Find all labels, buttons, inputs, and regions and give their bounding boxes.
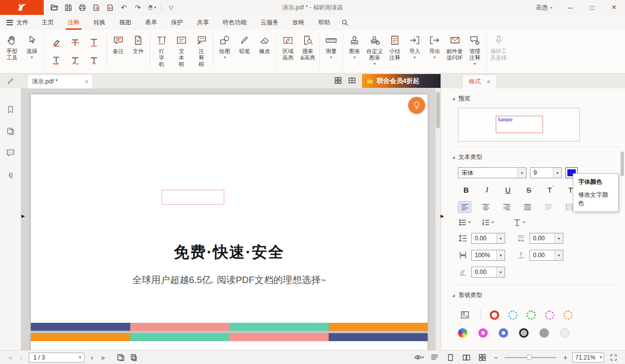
preset-blue-fill[interactable] bbox=[499, 328, 508, 338]
import-comments-button[interactable]: 导入 ▾ bbox=[405, 31, 425, 72]
align-right-button[interactable] bbox=[500, 201, 513, 213]
preset-magenta-fill[interactable] bbox=[478, 328, 488, 338]
hand-tool-button[interactable]: 手型 工具 bbox=[2, 31, 22, 72]
highlight-icon[interactable] bbox=[47, 36, 65, 50]
file-menu-button[interactable]: 文件 bbox=[0, 15, 35, 30]
char-spacing-select[interactable]: 0.00▾ bbox=[530, 233, 563, 244]
align-justify-button[interactable] bbox=[521, 201, 534, 213]
eraser-button[interactable]: 橡皮 bbox=[255, 31, 274, 72]
open-file-button[interactable] bbox=[48, 1, 61, 13]
tab-protect[interactable]: 保护 bbox=[164, 15, 190, 30]
first-page-button[interactable]: « bbox=[5, 354, 16, 362]
last-page-button[interactable]: » bbox=[97, 354, 108, 362]
callout-button[interactable]: 注 释 框 bbox=[191, 31, 211, 72]
grid-pages-view-icon[interactable] bbox=[476, 352, 489, 363]
facing-pages-view-icon[interactable] bbox=[460, 352, 473, 363]
fullscreen-icon[interactable] bbox=[607, 352, 620, 363]
redo-button[interactable]: ↷ bbox=[131, 1, 144, 13]
textbox-annotation[interactable] bbox=[162, 190, 224, 205]
document-tab[interactable]: 演示.pdf * × bbox=[27, 74, 93, 88]
tab-present[interactable]: 放映 bbox=[285, 15, 311, 30]
format-panel-tab[interactable]: 格式 × bbox=[462, 74, 497, 88]
numbered-list-button[interactable]: ▾ bbox=[481, 218, 494, 227]
area-highlight-button[interactable]: 区域 高亮 bbox=[278, 31, 298, 72]
maximize-button[interactable]: □ bbox=[581, 0, 603, 15]
close-tab-icon[interactable]: × bbox=[85, 78, 89, 85]
pencil-button[interactable]: 铅笔 bbox=[235, 31, 255, 72]
preset-multicolor[interactable] bbox=[458, 328, 467, 338]
insert-text-icon[interactable] bbox=[85, 54, 103, 68]
scrollbar-thumb[interactable] bbox=[621, 151, 624, 176]
export-comments-button[interactable]: 导出 ▾ bbox=[425, 31, 445, 72]
split-view-icon[interactable] bbox=[348, 76, 356, 86]
document-view[interactable]: 免费·快速·安全 全球用户超越6.5亿. 阅读PDF文档的理想选择~ bbox=[21, 88, 441, 350]
h-scale-select[interactable]: 100%▾ bbox=[471, 250, 505, 261]
minimize-button[interactable]: ─ bbox=[559, 0, 581, 15]
search-highlight-button[interactable]: 搜索 &高亮 bbox=[298, 31, 318, 72]
single-page-view-icon[interactable] bbox=[444, 352, 457, 363]
note-button[interactable]: 备注 bbox=[108, 31, 128, 72]
scrollbar-thumb[interactable] bbox=[436, 92, 440, 128]
comment-list-icon[interactable] bbox=[428, 352, 441, 363]
bullet-list-button[interactable]: ▾ bbox=[458, 218, 470, 227]
tab-help[interactable]: 帮助 bbox=[311, 15, 337, 30]
tab-convert[interactable]: 转换 bbox=[87, 15, 112, 30]
tab-cloud[interactable]: 云服务 bbox=[254, 15, 285, 30]
import-file-button[interactable] bbox=[103, 1, 116, 13]
select-tool-button[interactable]: 选择 ▾ bbox=[22, 31, 42, 72]
collapse-right-panel-handle[interactable]: ▶ bbox=[441, 214, 444, 218]
clipboard-copy-icon[interactable] bbox=[127, 352, 140, 363]
promo-banner[interactable]: 联合会员4折起 bbox=[362, 74, 441, 88]
bold-button[interactable]: B bbox=[458, 183, 474, 196]
preset-magenta-ring[interactable] bbox=[545, 310, 554, 320]
preset-cyan-ring[interactable] bbox=[508, 310, 518, 320]
hand-tool-quick-button[interactable]: ▾ bbox=[145, 1, 158, 13]
search-button[interactable] bbox=[341, 19, 349, 26]
snapshot-icon[interactable] bbox=[114, 352, 127, 363]
preview-header[interactable]: 预览 bbox=[452, 89, 618, 107]
zoom-slider[interactable] bbox=[505, 354, 556, 361]
textbox-button[interactable]: 文 本 框 bbox=[172, 31, 191, 72]
assistant-bulb-button[interactable] bbox=[408, 97, 425, 114]
slider-thumb[interactable] bbox=[527, 355, 532, 360]
grid-view-icon[interactable] bbox=[334, 76, 342, 86]
preset-black-ring[interactable] bbox=[519, 328, 529, 338]
quick-edit-button[interactable] bbox=[0, 73, 21, 88]
preset-red-ring[interactable] bbox=[490, 310, 499, 320]
previous-page-button[interactable]: ‹ bbox=[16, 354, 27, 362]
shape-type-header[interactable]: 形状类型 bbox=[452, 286, 618, 303]
document-scrollbar[interactable] bbox=[436, 88, 441, 350]
page-number-select[interactable]: 1 / 3 ▾ bbox=[29, 353, 85, 363]
replace-text-icon[interactable] bbox=[66, 54, 84, 68]
pages-panel-icon[interactable] bbox=[0, 125, 21, 137]
close-panel-icon[interactable]: × bbox=[487, 78, 490, 85]
textbox-style-button[interactable] bbox=[458, 309, 471, 321]
zoom-in-button[interactable]: + bbox=[561, 354, 569, 362]
panel-scrollbar[interactable] bbox=[620, 90, 625, 348]
strikethrough-icon[interactable] bbox=[66, 36, 84, 50]
next-page-button[interactable]: › bbox=[87, 354, 97, 362]
bookmark-panel-icon[interactable] bbox=[0, 103, 21, 115]
preset-green-ring[interactable] bbox=[527, 310, 536, 320]
tab-form[interactable]: 表单 bbox=[138, 15, 164, 30]
tab-view[interactable]: 视图 bbox=[112, 15, 138, 30]
text-type-header[interactable]: 文本类型 bbox=[452, 148, 618, 165]
font-size-select[interactable]: 9▾ bbox=[530, 167, 562, 178]
zoom-out-button[interactable]: − bbox=[492, 354, 500, 362]
read-mode-icon[interactable]: ▾ bbox=[412, 352, 425, 363]
preset-orange-ring[interactable] bbox=[563, 310, 573, 320]
export-pdf-button[interactable] bbox=[89, 1, 102, 13]
drawing-button[interactable]: 绘图 ▾ bbox=[215, 31, 235, 72]
zoom-level-select[interactable]: 71.21% ▾ bbox=[572, 353, 604, 363]
account-menu[interactable]: 若愚▾ bbox=[529, 3, 559, 12]
tab-home[interactable]: 主页 bbox=[35, 15, 61, 30]
align-center-button[interactable] bbox=[479, 201, 492, 213]
italic-button[interactable]: I bbox=[479, 183, 495, 196]
file-attachment-button[interactable]: 文件 bbox=[128, 31, 148, 72]
preset-gray-fill[interactable] bbox=[539, 328, 549, 338]
pdf-page-1[interactable]: 免费·快速·安全 全球用户超越6.5亿. 阅读PDF文档的理想选择~ bbox=[31, 94, 428, 331]
stamp-button[interactable]: 图章 ▾ bbox=[345, 31, 364, 72]
summarize-comments-button[interactable]: 小结 注释 bbox=[385, 31, 405, 72]
superscript-button[interactable]: T' bbox=[541, 183, 558, 196]
underline-button[interactable]: U bbox=[500, 183, 516, 196]
